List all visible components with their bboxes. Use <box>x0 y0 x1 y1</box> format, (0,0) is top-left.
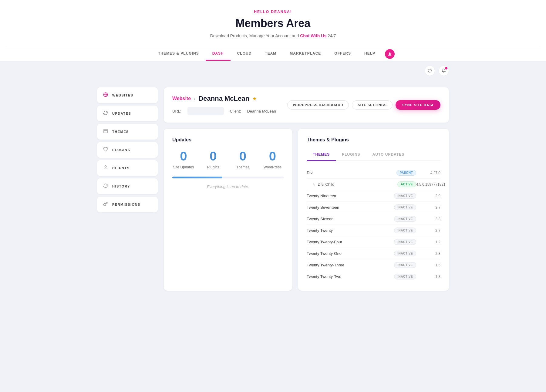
permissions-sidebar-icon <box>103 201 109 208</box>
nav-team[interactable]: TEAM <box>258 47 283 61</box>
sidebar-item-history[interactable]: HISTORY <box>97 178 158 194</box>
nav-offers[interactable]: OFFERS <box>328 47 358 61</box>
sync-site-data-button[interactable]: SYNC SITE DATA <box>396 100 440 110</box>
nav-help[interactable]: HELP <box>358 47 382 61</box>
site-header-card: Website › Deanna McLean ★ URL: Client: D… <box>164 87 449 123</box>
svg-point-4 <box>105 166 106 167</box>
site-settings-button[interactable]: SITE SETTINGS <box>352 100 393 110</box>
badge-inactive-2017: INACTIVE <box>394 204 416 210</box>
stats-row: 0 Site Updates 0 Plugins 0 Themes 0 Word… <box>172 150 284 169</box>
theme-version-2022: 1.8 <box>416 275 440 279</box>
hello-greeting: HELLO DEANNA! <box>6 10 540 14</box>
sidebar-label-permissions: PERMISSIONS <box>112 203 140 206</box>
sidebar-label-themes: THEMES <box>112 130 129 133</box>
badge-inactive-2020: INACTIVE <box>394 228 416 233</box>
progress-bar-container <box>172 177 284 178</box>
page-title: Members Area <box>6 17 540 30</box>
avatar[interactable] <box>385 49 395 59</box>
sidebar-item-websites[interactable]: WEBSITES <box>97 87 158 103</box>
table-row: Twenty Twenty-One INACTIVE 2.3 <box>307 248 440 259</box>
stat-themes-number: 0 <box>232 150 254 163</box>
nav-marketplace[interactable]: MARKETPLACE <box>283 47 328 61</box>
table-row: Twenty Sixteen INACTIVE 3.3 <box>307 213 440 225</box>
badge-inactive-2023: INACTIVE <box>394 262 416 268</box>
chat-link[interactable]: Chat With Us <box>300 33 326 38</box>
table-row: Twenty Twenty-Three INACTIVE 1.5 <box>307 259 440 271</box>
theme-name-twenty-seventeen: Twenty Seventeen <box>307 205 394 210</box>
sidebar-item-themes[interactable]: THEMES <box>97 124 158 140</box>
stat-themes: 0 Themes <box>232 150 254 169</box>
theme-version-2023: 1.5 <box>416 263 440 267</box>
breadcrumb: Website › Deanna McLean ★ <box>172 95 282 103</box>
badge-inactive-2019: INACTIVE <box>394 193 416 199</box>
nav-dash[interactable]: DASH <box>206 47 231 61</box>
progress-bar-fill <box>172 177 222 178</box>
themes-sidebar-icon <box>103 129 109 135</box>
svg-rect-3 <box>104 129 107 133</box>
theme-version-2020: 2.7 <box>416 228 440 233</box>
notification-badge <box>445 67 447 69</box>
table-row: Twenty Seventeen INACTIVE 3.7 <box>307 202 440 213</box>
table-row: Twenty Twenty-Four INACTIVE 1.2 <box>307 236 440 248</box>
updates-title: Updates <box>172 137 284 143</box>
stat-plugins: 0 Plugins <box>202 150 224 169</box>
notifications-icon[interactable] <box>439 66 449 76</box>
tab-auto-updates[interactable]: AUTO UPDATES <box>366 150 411 161</box>
nav-themes-plugins[interactable]: THEMES & PLUGINS <box>151 47 206 61</box>
theme-version-divi: 4.27.0 <box>416 171 440 175</box>
stat-site-updates-label: Site Updates <box>172 165 195 169</box>
theme-name-twenty-sixteen: Twenty Sixteen <box>307 217 394 221</box>
stat-wordpress: 0 WordPress <box>261 150 284 169</box>
toolbar <box>91 66 455 78</box>
stat-wordpress-label: WordPress <box>261 165 284 169</box>
theme-version-2021: 2.3 <box>416 252 440 256</box>
theme-version-2024: 1.2 <box>416 240 440 244</box>
url-value <box>187 107 224 115</box>
updates-card: Updates 0 Site Updates 0 Plugins 0 Theme… <box>164 129 292 291</box>
themes-table: Divi PARENT 4.27.0 ↳ Divi Child ACTIVE 4… <box>307 167 440 282</box>
sidebar-item-permissions[interactable]: PERMISSIONS <box>97 197 158 212</box>
theme-name-twenty-twenty-two: Twenty Twenty-Two <box>307 274 394 279</box>
globe-icon <box>103 92 109 98</box>
theme-name-twenty-twenty: Twenty Twenty <box>307 228 394 233</box>
main-layout: WEBSITES UPDATES THEMES PLUGINS CLIENTS <box>91 78 455 300</box>
bottom-row: Updates 0 Site Updates 0 Plugins 0 Theme… <box>164 129 449 291</box>
stat-themes-label: Themes <box>232 165 254 169</box>
nav-cloud[interactable]: CLOUD <box>231 47 258 61</box>
breadcrumb-website[interactable]: Website <box>172 96 191 101</box>
table-row: Twenty Twenty INACTIVE 2.7 <box>307 225 440 236</box>
site-info-left: Website › Deanna McLean ★ URL: Client: D… <box>172 95 282 115</box>
breadcrumb-separator: › <box>194 96 195 101</box>
sidebar: WEBSITES UPDATES THEMES PLUGINS CLIENTS <box>97 87 158 291</box>
theme-version-divi-child: 4.5.6.1597771821 <box>416 182 440 187</box>
stat-plugins-number: 0 <box>202 150 224 163</box>
table-row: Twenty Nineteen INACTIVE 2.9 <box>307 190 440 202</box>
sidebar-item-plugins[interactable]: PLUGINS <box>97 142 158 158</box>
refresh-sidebar-icon <box>103 110 109 117</box>
stat-site-updates-number: 0 <box>172 150 195 163</box>
tab-themes[interactable]: THEMES <box>307 150 336 161</box>
stat-wordpress-number: 0 <box>261 150 284 163</box>
table-row: Divi PARENT 4.27.0 <box>307 167 440 179</box>
page-header: HELLO DEANNA! Members Area Download Prod… <box>0 0 546 61</box>
tab-plugins[interactable]: PLUGINS <box>336 150 366 161</box>
refresh-icon[interactable] <box>425 66 435 76</box>
badge-parent-divi: PARENT <box>396 170 416 176</box>
site-actions: WORDPRESS DASHBOARD SITE SETTINGS SYNC S… <box>287 100 440 110</box>
star-icon[interactable]: ★ <box>252 96 257 102</box>
badge-inactive-2016: INACTIVE <box>394 216 416 222</box>
sidebar-label-clients: CLIENTS <box>112 166 130 170</box>
theme-version-2019: 2.9 <box>416 194 440 198</box>
sidebar-label-updates: UPDATES <box>112 112 131 115</box>
wordpress-dashboard-button[interactable]: WORDPRESS DASHBOARD <box>287 100 349 110</box>
client-value: Deanna McLean <box>247 109 276 113</box>
sidebar-label-websites: WEBSITES <box>112 93 133 97</box>
badge-inactive-2021: INACTIVE <box>394 251 416 256</box>
sidebar-item-updates[interactable]: UPDATES <box>97 106 158 121</box>
themes-plugins-title: Themes & Plugins <box>307 137 440 143</box>
sidebar-item-clients[interactable]: CLIENTS <box>97 160 158 176</box>
theme-name-divi-child: ↳ Divi Child <box>307 182 397 187</box>
stat-site-updates: 0 Site Updates <box>172 150 195 169</box>
table-row: Twenty Twenty-Two INACTIVE 1.8 <box>307 271 440 282</box>
main-content: Website › Deanna McLean ★ URL: Client: D… <box>164 87 449 291</box>
